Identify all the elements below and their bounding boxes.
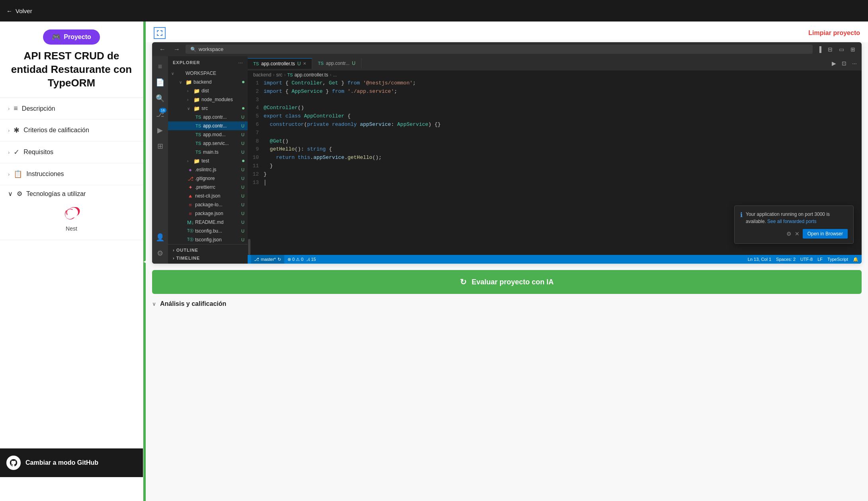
breadcrumb-backend: backend xyxy=(253,72,271,78)
nest-icon: 🔺 xyxy=(187,193,194,199)
outline-header[interactable]: › OUTLINE xyxy=(168,246,248,254)
tree-item-tsconfig-json[interactable]: Tⓢ tsconfig.json U xyxy=(168,235,248,244)
gear-icon: ⚙ xyxy=(17,190,22,198)
forwarded-ports-link[interactable]: See all forwarded ports xyxy=(767,219,816,224)
typescript-icon: TS xyxy=(195,141,201,146)
activity-menu[interactable]: ≡ xyxy=(153,59,167,74)
tree-item-node-modules[interactable]: › 📁 node_modules xyxy=(168,95,248,104)
tree-item-readme[interactable]: M↓ README.md U xyxy=(168,218,248,227)
activity-extensions[interactable]: ⊞ xyxy=(153,139,167,153)
tree-item-src[interactable]: ∨ 📁 src xyxy=(168,104,248,113)
folder-icon: 📁 xyxy=(186,79,192,85)
tree-item-app-module[interactable]: TS app.mod... U xyxy=(168,130,248,139)
readme-label: README.md xyxy=(195,219,238,225)
code-editor[interactable]: 1 import { Controller, Get } from '@nest… xyxy=(248,79,862,223)
editor-scrollbar[interactable] xyxy=(248,223,251,255)
code-line-3: 3 xyxy=(248,96,862,104)
sidebar-item-requisitos[interactable]: › ✓ Requisitos xyxy=(0,141,143,163)
activity-explorer[interactable]: 📄 xyxy=(153,75,167,90)
tree-item-main-ts[interactable]: TS main.ts U xyxy=(168,148,248,157)
editor-layout-button[interactable]: ⊟ xyxy=(826,45,834,53)
tree-item-app-service[interactable]: TS app.servic... U xyxy=(168,139,248,148)
address-bar[interactable]: 🔍 workspace xyxy=(186,45,813,54)
explorer-actions[interactable]: ··· xyxy=(238,59,243,66)
tree-item-dist[interactable]: › 📁 dist xyxy=(168,86,248,95)
nav-forward-button[interactable]: → xyxy=(171,45,182,54)
breadcrumb-sep: › xyxy=(330,72,331,78)
outline-section: › OUTLINE › TIMELINE xyxy=(168,244,248,264)
activity-accounts[interactable]: 👤 xyxy=(153,230,167,245)
line-content: import { Controller, Get } from '@nestjs… xyxy=(264,79,862,88)
tree-item-tsconfig-build[interactable]: Tⓢ tsconfig.bu... U xyxy=(168,227,248,235)
tab-app-controller-active[interactable]: TS app.controller.ts U ✕ xyxy=(248,58,312,69)
typescript-icon: TS xyxy=(195,150,201,155)
activity-debug[interactable]: ▶ xyxy=(153,123,167,137)
extensions-icon: 𝓐 xyxy=(307,257,310,262)
back-button[interactable]: Volver xyxy=(16,3,32,18)
tab-close-button[interactable]: ✕ xyxy=(303,61,306,66)
language-mode[interactable]: TypeScript xyxy=(827,257,848,262)
resize-handle[interactable] xyxy=(143,22,146,501)
folder-icon: 📁 xyxy=(194,97,200,103)
encoding[interactable]: UTF-8 xyxy=(800,257,813,262)
tree-item-package-lock[interactable]: ≡ package-lo... U xyxy=(168,200,248,209)
analysis-section[interactable]: ∨ Análisis y calificación xyxy=(152,294,862,309)
activity-search[interactable]: 🔍 xyxy=(153,91,167,106)
sidebar-item-instrucciones[interactable]: › 📋 Instrucciones xyxy=(0,163,143,185)
tree-item-backend[interactable]: ∨ 📁 backend xyxy=(168,78,248,86)
expand-icon[interactable] xyxy=(154,27,166,39)
tech-section-header[interactable]: ∨ ⚙ Tecnologías a utilizar xyxy=(8,190,135,198)
activity-settings[interactable]: ⚙ xyxy=(153,246,167,260)
chevron-right-icon: › xyxy=(187,89,192,93)
tree-item-nest-cli[interactable]: 🔺 nest-cli.json U xyxy=(168,192,248,200)
tree-item-test[interactable]: › 📁 test xyxy=(168,157,248,165)
sidebar-toggle-button[interactable]: ▐ xyxy=(816,45,823,53)
nav-back-button[interactable]: ← xyxy=(157,45,168,54)
indentation[interactable]: Spaces: 2 xyxy=(776,257,796,262)
chevron-down-icon: ∨ xyxy=(8,190,13,198)
test-label: test xyxy=(201,158,240,164)
github-button[interactable]: Cambiar a modo GitHub xyxy=(6,453,137,472)
panel-toggle-button[interactable]: ▭ xyxy=(837,45,846,53)
tree-item-prettierrc[interactable]: ✦ .prettierrc U xyxy=(168,183,248,192)
chevron-right-icon: › xyxy=(8,149,10,155)
customize-button[interactable]: ⊞ xyxy=(849,45,857,53)
extensions-status[interactable]: 𝓐 15 xyxy=(307,257,316,262)
project-badge-icon: 🎮 xyxy=(52,33,61,41)
cursor-position[interactable]: Ln 13, Col 1 xyxy=(748,257,771,262)
more-actions-button[interactable]: ··· xyxy=(850,59,858,68)
tab-app-controller-inactive[interactable]: TS app.contr... U xyxy=(312,58,361,68)
line-number: 3 xyxy=(248,96,264,104)
open-browser-button[interactable]: Open in Browser xyxy=(803,229,848,239)
eol[interactable]: LF xyxy=(817,257,823,262)
activity-source-control[interactable]: ⎇ 16 xyxy=(153,107,167,121)
notification-close-button[interactable]: ✕ xyxy=(795,231,800,237)
notification-gear-button[interactable]: ⚙ xyxy=(786,231,792,237)
sidebar-item-descripcion[interactable]: › ≡ Descripción xyxy=(0,98,143,119)
top-bar: ← Volver xyxy=(0,0,868,22)
tree-item-app-controller-2[interactable]: TS app.contr... U xyxy=(168,121,248,130)
limpiar-proyecto-button[interactable]: Limpiar proyecto xyxy=(808,29,860,37)
git-branch-status[interactable]: ⎇ master* ↻ xyxy=(251,255,284,264)
line-number: 7 xyxy=(248,129,264,137)
tree-item-app-controller-1[interactable]: TS app.contr... U xyxy=(168,113,248,121)
line-number: 9 xyxy=(248,145,264,154)
vscode-body: ≡ 📄 🔍 ⎇ 16 ▶ ⊞ 👤 ⚙ EXPLORER xyxy=(152,56,862,264)
workspace-root[interactable]: ∨ WORKSPACE xyxy=(168,69,248,78)
breadcrumb-more: ... xyxy=(333,72,337,78)
errors-status[interactable]: ⊗ 0 ⚠ 0 xyxy=(287,257,303,262)
split-editor-button[interactable]: ⊡ xyxy=(840,59,848,68)
explorer-header: EXPLORER ··· xyxy=(168,56,248,69)
sidebar-item-criterios[interactable]: › ✱ Criterios de calificación xyxy=(0,119,143,141)
line-number: 10 xyxy=(248,154,264,162)
run-button[interactable]: ▶ xyxy=(830,59,838,68)
tree-item-eslintrc[interactable]: ● .eslintrc.js U xyxy=(168,165,248,174)
tree-item-gitignore[interactable]: ⎇ .gitignore U xyxy=(168,174,248,183)
tree-item-package-json[interactable]: ≡ package.json U xyxy=(168,209,248,218)
editor-breadcrumb: backend › src › TS app.controller.ts › .… xyxy=(248,70,862,79)
evaluate-button[interactable]: ↻ Evaluar proyecto con IA xyxy=(152,270,862,294)
modified-badge: U xyxy=(241,211,244,216)
modified-badge: U xyxy=(241,150,244,155)
warning-icon: ⚠ xyxy=(296,257,300,262)
timeline-header[interactable]: › TIMELINE xyxy=(168,254,248,262)
